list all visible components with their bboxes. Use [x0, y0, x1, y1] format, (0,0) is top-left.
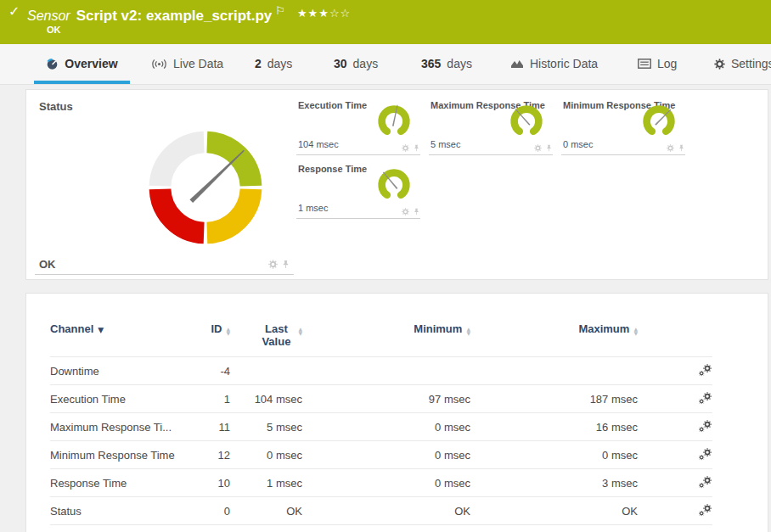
edit-channel-gears-icon[interactable]: [698, 448, 712, 462]
channel-minimum: [302, 357, 470, 385]
tab-log[interactable]: Log: [638, 44, 677, 83]
tab-30-days[interactable]: 30 days: [334, 44, 378, 83]
gauge-cell-response-time: Response Time 1 msec: [296, 160, 420, 219]
pin-icon[interactable]: [281, 260, 290, 269]
gauge-value: 0 msec: [563, 139, 593, 149]
sort-icon: ▲▼: [298, 327, 302, 335]
tab-bar: Overview Live Data 2 days 30 days 365 da…: [0, 44, 771, 85]
edit-channel-gears-icon[interactable]: [698, 392, 712, 406]
table-row: Downtime -4: [50, 357, 712, 385]
status-check-icon: ✓: [8, 3, 20, 20]
channel-last-value: 5 msec: [230, 413, 302, 441]
gauge-cell-execution-time: Execution Time 104 msec: [296, 97, 420, 155]
channel-minimum: 0 msec: [302, 469, 470, 497]
maximum-response-time-gauge: [507, 101, 546, 140]
column-header-edit: [638, 322, 712, 357]
tab-live-data[interactable]: Live Data: [151, 44, 223, 83]
channel-maximum: OK: [470, 497, 638, 525]
channel-last-value: 104 msec: [230, 385, 302, 413]
tab-settings[interactable]: Settings: [714, 44, 771, 83]
channel-id: -4: [182, 357, 230, 385]
channel-id: 10: [182, 469, 230, 497]
gear-icon[interactable]: [268, 260, 278, 269]
sensor-title: Script v2: example_script.py: [76, 8, 273, 24]
column-header-maximum[interactable]: Maximum▲▼: [470, 322, 638, 357]
log-list-icon: [638, 59, 651, 69]
gauge-segment-yellow: [207, 189, 251, 233]
gauge-segment-gray: [160, 142, 204, 186]
execution-time-gauge: [374, 101, 414, 140]
channel-name[interactable]: Execution Time: [50, 385, 182, 413]
column-header-channel[interactable]: Channel▼: [50, 322, 182, 357]
sort-desc-icon: ▼: [98, 326, 104, 334]
pin-icon[interactable]: [413, 144, 420, 152]
channels-table: Channel▼ ID▲▼ Last Value▲▼ Minimum▲▼ Max…: [50, 322, 712, 525]
channel-maximum: 0 msec: [470, 441, 638, 469]
gauge-icon: [46, 58, 59, 70]
channel-last-value: 0 msec: [230, 441, 302, 469]
priority-stars[interactable]: ★★★☆☆: [297, 7, 351, 20]
table-row: Minimum Response Time 12 0 msec 0 msec 0…: [50, 441, 712, 469]
edit-channel-gears-icon[interactable]: [698, 504, 712, 518]
mini-gauge-grid: Execution Time 104 msec Maximum Response…: [296, 97, 685, 219]
channel-maximum: 187 msec: [470, 385, 638, 413]
edit-channel-gears-icon[interactable]: [698, 476, 712, 490]
channel-maximum: [470, 357, 638, 385]
channel-minimum: 97 msec: [302, 385, 470, 413]
pin-icon[interactable]: [413, 208, 420, 216]
channel-name[interactable]: Downtime: [50, 357, 182, 385]
status-gauge-label: Status: [39, 100, 73, 113]
gear-icon[interactable]: [402, 208, 409, 216]
status-gauge: [135, 117, 276, 258]
table-row: Response Time 10 1 msec 0 msec 3 msec: [50, 469, 712, 497]
channel-last-value: OK: [230, 497, 302, 525]
sort-icon: ▲▼: [226, 327, 230, 335]
column-header-minimum[interactable]: Minimum▲▼: [302, 322, 470, 357]
tab-historic-data[interactable]: Historic Data: [510, 44, 598, 83]
gauges-panel: Status OK Execution: [25, 89, 768, 280]
minimum-response-time-gauge: [639, 101, 678, 140]
gauge-cell-maximum-response-time: Maximum Response Time 5 msec: [429, 97, 553, 155]
prtg-sensor-page: ✓ SensorScript v2: example_script.py⚐★★★…: [0, 0, 771, 532]
sensor-status-text: OK: [47, 25, 61, 35]
channel-maximum: 3 msec: [470, 469, 638, 497]
gear-icon[interactable]: [402, 144, 409, 152]
edit-channel-gears-icon[interactable]: [698, 420, 712, 434]
channel-name[interactable]: Status: [50, 497, 182, 525]
channel-id: 0: [182, 497, 230, 525]
table-row: Maximum Response Ti... 11 5 msec 0 msec …: [50, 413, 712, 441]
pin-icon[interactable]: [678, 144, 685, 152]
gauge-label: Response Time: [298, 164, 367, 174]
broadcast-icon: [151, 59, 167, 70]
channel-last-value: [230, 357, 302, 385]
tab-365-days[interactable]: 365 days: [421, 44, 472, 83]
column-header-id[interactable]: ID▲▼: [182, 322, 230, 357]
channel-name[interactable]: Minimum Response Time: [50, 441, 182, 469]
sort-icon: ▲▼: [466, 327, 470, 335]
channels-panel: Channel▼ ID▲▼ Last Value▲▼ Minimum▲▼ Max…: [25, 293, 768, 532]
active-tab-underline: [34, 81, 130, 84]
channel-minimum: 0 msec: [302, 441, 470, 469]
gauge-value: 1 msec: [298, 203, 328, 213]
column-header-last-value[interactable]: Last Value▲▼: [230, 322, 302, 357]
edit-channel-gears-icon[interactable]: [698, 364, 712, 378]
sort-icon: ▲▼: [633, 327, 638, 335]
tab-overview[interactable]: Overview: [34, 44, 130, 83]
gear-icon: [714, 59, 725, 70]
channel-name[interactable]: Maximum Response Ti...: [50, 413, 182, 441]
status-gauge-value: OK: [39, 258, 56, 271]
gear-icon[interactable]: [534, 144, 542, 152]
pin-icon[interactable]: [545, 144, 553, 152]
priority-flag-icon[interactable]: ⚐: [275, 4, 285, 17]
area-chart-icon: [510, 59, 524, 69]
channel-name[interactable]: Response Time: [50, 469, 182, 497]
gear-icon[interactable]: [667, 144, 674, 152]
gauge-value: 104 msec: [298, 139, 339, 149]
channel-last-value: 1 msec: [230, 469, 302, 497]
gauge-value: 5 msec: [431, 139, 460, 149]
table-row: Execution Time 1 104 msec 97 msec 187 ms…: [50, 385, 712, 413]
channel-minimum: OK: [302, 497, 470, 525]
table-row: Status 0 OK OK OK: [50, 497, 712, 525]
channel-id: 1: [182, 385, 230, 413]
tab-2-days[interactable]: 2 days: [255, 44, 292, 83]
